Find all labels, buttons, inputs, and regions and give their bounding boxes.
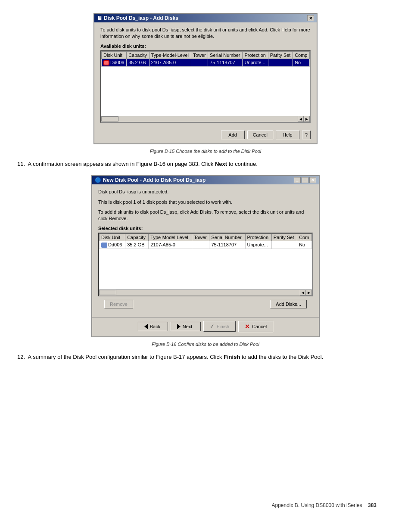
dialog1-title-left: 🖥 Disk Pool Ds_iasp - Add Disks <box>97 15 178 21</box>
back-button[interactable]: Back <box>138 322 168 331</box>
dialog2-title-left: 🔵 New Disk Pool - Add to Disk Pool Ds_ia… <box>95 177 206 183</box>
dialog2-maximize-button[interactable]: □ <box>302 177 308 183</box>
dialog1-scroll-area[interactable]: Disk Unit Capacity Type-Model-Level Towe… <box>101 51 310 116</box>
dialog2-title-icon: 🔵 <box>95 177 101 183</box>
dialog2-line1: Disk pool Ds_iasp is unprotected. <box>98 189 313 195</box>
dialog2-line2: This is disk pool 1 of 1 disk pools that… <box>98 199 313 205</box>
finish-label: Finish <box>217 324 229 329</box>
dialog2-wizard-footer: Back Next ✓ Finish ✕ Cancel <box>92 317 319 336</box>
dialog2-title-text: New Disk Pool - Add to Disk Pool Ds_iasp <box>103 177 206 183</box>
wizard-cancel-button[interactable]: ✕ Cancel <box>238 321 273 332</box>
col2-disk-unit: Disk Unit <box>100 233 125 241</box>
dialog1-title-icon: 🖥 <box>97 15 102 21</box>
dialog2-table-body: Dd006 35.2 GB 2107-A85-0 75-1118707 Unpr… <box>100 241 312 249</box>
cell-parity <box>268 59 293 66</box>
hscroll2-left-arrow[interactable]: ◀ <box>300 289 306 296</box>
col2-type-model-level: Type-Model-Level <box>149 233 192 241</box>
cancel-x-icon: ✕ <box>245 323 250 330</box>
dialog1-title-text: Disk Pool Ds_iasp - Add Disks <box>104 15 178 21</box>
col2-serial-number: Serial Number <box>209 233 245 241</box>
cell2-parity <box>271 241 297 249</box>
dialog2-table: Disk Unit Capacity Type-Model-Level Towe… <box>99 233 312 249</box>
col-type-model-level: Type-Model-Level <box>149 51 191 59</box>
remove-button[interactable]: Remove <box>104 300 133 308</box>
cancel-label: Cancel <box>252 324 267 329</box>
cell2-tower <box>192 241 209 249</box>
col-capacity: Capacity <box>127 51 149 59</box>
hscroll2-thumb[interactable] <box>99 290 116 295</box>
dialog1-section-label: Available disk units: <box>100 44 311 49</box>
dialog2-minimize-button[interactable]: _ <box>294 177 301 183</box>
step12-bold: Finish <box>224 354 240 360</box>
dialog1-table-container: Disk Unit Capacity Type-Model-Level Towe… <box>100 50 311 123</box>
dialog1-footer: Add Cancel Help ? <box>94 127 317 143</box>
finish-check-icon: ✓ <box>210 323 215 330</box>
dialog2-table-header: Disk Unit Capacity Type-Model-Level Towe… <box>100 233 312 241</box>
col-parity-set: Parity Set <box>268 51 293 59</box>
col-protection: Protection <box>243 51 268 59</box>
step12-text: 12. A summary of the Disk Pool configura… <box>17 353 394 361</box>
col2-protection: Protection <box>245 233 271 241</box>
next-label: Next <box>183 324 193 329</box>
dialog1-container: 🖥 Disk Pool Ds_iasp - Add Disks ✕ To add… <box>17 13 394 144</box>
dialog2-hscrollbar[interactable]: ◀ ▶ <box>99 289 312 296</box>
help-button[interactable]: Help <box>276 131 299 139</box>
back-label: Back <box>150 324 160 329</box>
dialog2-scroll-area[interactable]: Disk Unit Capacity Type-Model-Level Towe… <box>99 233 312 289</box>
cell2-disk-unit: Dd006 <box>100 241 125 249</box>
cell-protection: Unprote... <box>243 59 268 66</box>
hscroll-left-arrow[interactable]: ◀ <box>298 116 304 122</box>
dialog1-description: To add disk units to disk pool Ds_iasp, … <box>100 27 311 40</box>
finish-button[interactable]: ✓ Finish <box>203 321 236 332</box>
cell2-serial: 75-1118707 <box>209 241 245 249</box>
step12-text-part1: A summary of the Disk Pool configuration… <box>28 354 224 360</box>
dialog1-hscrollbar[interactable]: ◀ ▶ <box>101 116 310 122</box>
cell-comp: No <box>293 59 310 66</box>
cell-capacity: 35.2 GB <box>127 59 149 66</box>
cell2-comp: No <box>297 241 312 249</box>
dialog1-table: Disk Unit Capacity Type-Model-Level Towe… <box>101 51 310 67</box>
table-row[interactable]: Dd006 35.2 GB 2107-A85-0 75-1118707 Unpr… <box>102 59 310 66</box>
add-button[interactable]: Add <box>221 131 245 139</box>
dialog2-table-container: Disk Unit Capacity Type-Model-Level Towe… <box>98 233 313 296</box>
dialog2-nav-btns: _ □ ✕ <box>294 177 316 183</box>
next-arrow-icon <box>177 324 181 329</box>
col-tower: Tower <box>191 51 208 59</box>
dialog2-section-label: Selected disk units: <box>98 226 313 231</box>
dialog1-table-header: Disk Unit Capacity Type-Model-Level Towe… <box>102 51 310 59</box>
cell-serial: 75-1118707 <box>208 59 243 66</box>
dialog1: 🖥 Disk Pool Ds_iasp - Add Disks ✕ To add… <box>93 13 318 144</box>
footer-page-number: 383 <box>368 502 377 508</box>
dialog2-line3: To add disk units to disk pool Ds_iasp, … <box>98 209 313 222</box>
dialog2-body: Disk pool Ds_iasp is unprotected. This i… <box>92 184 319 317</box>
hscroll2-right-arrow[interactable]: ▶ <box>306 289 312 296</box>
add-disks-button[interactable]: Add Disks... <box>270 300 307 308</box>
disk-icon <box>103 60 109 65</box>
step11-number: 11. <box>17 161 25 167</box>
table-row[interactable]: Dd006 35.2 GB 2107-A85-0 75-1118707 Unpr… <box>100 241 312 249</box>
col2-capacity: Capacity <box>125 233 149 241</box>
cell-type: 2107-A85-0 <box>149 59 191 66</box>
question-button[interactable]: ? <box>302 131 311 139</box>
page-footer: Appendix B. Using DS8000 with iSeries 38… <box>272 502 377 508</box>
dialog2-titlebar: 🔵 New Disk Pool - Add to Disk Pool Ds_ia… <box>92 176 319 184</box>
step12-text-part2: to add the disks to the Disk Pool. <box>240 354 323 360</box>
dialog2: 🔵 New Disk Pool - Add to Disk Pool Ds_ia… <box>91 175 320 337</box>
dialog1-close-button[interactable]: ✕ <box>307 15 314 21</box>
hscroll-right-arrow[interactable]: ▶ <box>304 116 310 122</box>
hscroll-thumb[interactable] <box>101 116 118 121</box>
next-button[interactable]: Next <box>171 322 201 331</box>
col2-tower: Tower <box>192 233 209 241</box>
col2-parity-set: Parity Set <box>271 233 297 241</box>
back-arrow-icon <box>144 324 148 329</box>
dialog2-close-button[interactable]: ✕ <box>309 177 316 183</box>
cancel-button[interactable]: Cancel <box>247 131 273 139</box>
dialog2-container: 🔵 New Disk Pool - Add to Disk Pool Ds_ia… <box>17 175 394 337</box>
dialog1-titlebar: 🖥 Disk Pool Ds_iasp - Add Disks ✕ <box>94 14 317 22</box>
dialog2-action-row: Remove Add Disks... <box>98 296 313 313</box>
cell-tower <box>191 59 208 66</box>
dialog1-body: To add disk units to disk pool Ds_iasp, … <box>94 22 317 127</box>
figure2-caption: Figure B-16 Confirm disks to be added to… <box>17 342 394 347</box>
step11-text-part1: A confirmation screen appears as shown i… <box>28 161 215 167</box>
page-content: 🖥 Disk Pool Ds_iasp - Add Disks ✕ To add… <box>17 13 394 521</box>
